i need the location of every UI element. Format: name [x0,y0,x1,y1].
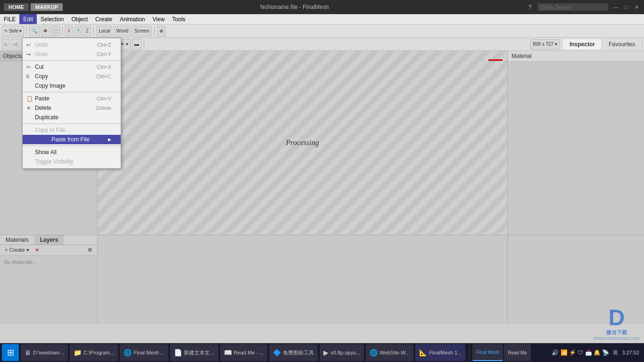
taskbar-text-label: 新建文本文... [184,349,214,356]
ctx-duplicate[interactable]: Duplicate [23,113,121,122]
ctx-paste[interactable]: 📋 Paste Ctrl+V [23,94,121,103]
snap-button[interactable]: ⊕ [157,26,165,36]
taskbar-item-website[interactable]: 🌐 WebSite-W... [366,344,413,361]
watermark-text: 微当下载 [594,329,639,336]
system-clock: 3:27:52 [622,350,639,355]
paste-icon: 📋 [26,96,35,102]
taskbar-item-text[interactable]: 📄 新建文本文... [170,344,218,361]
ctx-cut-shortcut: Ctrl+X [97,64,111,70]
ctx-copy[interactable]: ⎘ Copy Ctrl+C [23,72,121,81]
explorer-icon: 🖥 [25,349,31,356]
help-button[interactable]: ? [526,3,534,11]
ctx-paste-from-file-arrow: ▶ [108,137,111,142]
menu-animation[interactable]: Animation [116,14,149,24]
taskbar-tab-readme[interactable]: Read Me [504,344,531,361]
menu-object[interactable]: Object [67,14,91,24]
ctx-sep-1 [23,60,121,61]
zoom-button[interactable]: 🔍 [29,26,40,36]
delete-icon: ✕ [26,105,35,111]
ctx-cut[interactable]: ✂ Cut Ctrl+X [23,62,121,72]
red-line-indicator [488,59,503,61]
menu-create[interactable]: Create [91,14,116,24]
screen-button[interactable]: Screen [132,26,152,36]
taskbar-item-finalmesh-app[interactable]: 📐 FinalMesh 1... [415,344,465,361]
markup-button[interactable]: MARKUP [31,3,63,11]
window-title: NoNoname.file - FinalMesh [63,4,526,10]
tab-read-me-label: Read Me [508,350,527,355]
world-button[interactable]: World [114,26,131,36]
language-indicator: 英 [611,349,620,356]
ctx-copy-to-file[interactable]: Copy to File... [23,125,121,135]
finalmesh-app-icon: 📐 [419,349,427,356]
menu-edit[interactable]: Edit [19,14,37,24]
minimize-button[interactable]: — [612,3,619,11]
main-toolbar: ↖ Sele ▾ 🔍 ✥ ⬚ X Y Z Local World Screen … [0,25,644,38]
text-icon: 📄 [174,349,182,356]
taskbar-explorer-label: D:\weidown... [33,350,64,355]
rect-select-button[interactable]: ⬚ [51,26,60,36]
taskbar-item-folder[interactable]: 📁 C:\Program... [70,344,118,361]
settings-bottom-button[interactable]: ⚙ [86,247,94,254]
restore-button[interactable]: □ [622,3,630,11]
windows-icon: ⊞ [7,347,14,358]
ctx-undo[interactable]: ↩ Undo Ctrl+Z [23,40,121,49]
window-controls: — □ ✕ [612,3,640,11]
copy-icon: ⎘ [26,74,35,79]
taskbar-finalmesh-web-label: Final Mesh ... [133,350,165,355]
separator-3 [93,27,94,35]
no-materials-text: No Materials ... [0,255,97,269]
ctx-show-all[interactable]: Show All [23,148,121,157]
menu-view[interactable]: View [149,14,169,24]
close-button[interactable]: ✕ [633,3,640,11]
taskbar-item-finalmesh-web[interactable]: 🌐 Final Mesh ... [120,344,168,361]
right-panel: Material [507,51,644,235]
undo-icon: ↩ [26,42,35,48]
tab-inspector[interactable]: Inspector [563,39,602,49]
viewport-size-display[interactable]: 868 x 727 ▾ [530,39,560,49]
axis-z-button[interactable]: Z [83,26,91,36]
back-button[interactable]: ◁ [11,39,19,49]
watermark-url: WWW.WEIDOWN.COM [594,336,639,341]
system-tray: 🔊 📶 ⚡ 🛡 📩 🔔 📡 英 3:27:52 [549,349,642,356]
taskbar-item-readme[interactable]: 📖 Read Me - ... [220,344,268,361]
home-view-button[interactable]: ⌂ [2,39,9,49]
move-button[interactable]: ✥ [41,26,50,36]
taskbar-readme-label: Read Me - ... [234,350,264,355]
taskbar-item-icon-tool[interactable]: 🔷 免费图标工具 [269,344,318,361]
ctx-copy-label: Copy [35,73,48,80]
home-button[interactable]: HOME [4,3,29,11]
tab-materials[interactable]: Materials [0,235,34,245]
viewport[interactable]: Processing [98,51,507,235]
quick-search-input[interactable] [537,3,608,11]
website-icon: 🌐 [370,349,378,356]
taskbar-item-ftp[interactable]: ▶ v0.ftp.upyu... [320,344,364,361]
ctx-delete-label: Delete [35,105,51,111]
ctx-toggle-visibility[interactable]: Toggle Visibility [23,157,121,166]
menu-tools[interactable]: Tools [168,14,189,24]
menu-selection[interactable]: Selection [37,14,67,24]
processing-text: Processing [286,139,319,147]
local-button[interactable]: Local [96,26,112,36]
axis-y-button[interactable]: Y [74,26,83,36]
select-button[interactable]: ↖ Sele ▾ [2,26,24,36]
create-button[interactable]: + Create ▾ [3,247,31,254]
tab-layers[interactable]: Layers [34,235,64,245]
axis-x-button[interactable]: X [65,26,73,36]
ctx-copy-image[interactable]: Copy Image [23,81,121,90]
menu-bar: FILE Edit Selection Object Create Animat… [0,14,644,25]
web-icon-1: 🌐 [124,349,132,356]
delete-bottom-button[interactable]: ✕ [33,247,41,254]
start-button[interactable]: ⊞ [2,344,19,361]
ctx-paste-label: Paste [35,95,50,102]
layout-button[interactable]: ▬ [132,39,141,49]
ctx-paste-from-file[interactable]: Paste from File ▶ [23,135,121,144]
taskbar-item-explorer[interactable]: 🖥 D:\weidown... [21,344,68,361]
menu-file[interactable]: FILE [0,14,19,24]
taskbar-tab-finalmesh[interactable]: Final Mesh [472,344,503,361]
watermark-logo: D [594,306,639,329]
tab-favourites[interactable]: Favourites [602,39,642,49]
ftp-icon: ▶ [323,349,329,356]
ctx-delete[interactable]: ✕ Delete Delete [23,103,121,113]
ctx-redo[interactable]: ↪ Undo Ctrl+Y [23,49,121,59]
select-label: Sele [9,28,18,33]
